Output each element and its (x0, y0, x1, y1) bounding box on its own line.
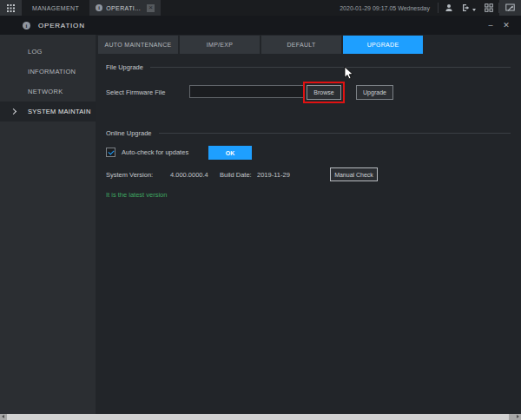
tab-label: UPGRADE (367, 42, 399, 48)
build-date-value: 2019-11-29 (257, 171, 290, 179)
logout-button[interactable] (458, 0, 478, 16)
section-divider (159, 133, 511, 134)
checkmark-icon (108, 148, 114, 154)
main-panel: AUTO MAINTENANCE IMP/EXP DEFAULT UPGRADE… (96, 35, 521, 414)
latest-version-status: It is the latest version (106, 191, 167, 199)
tab-upgrade[interactable]: UPGRADE (343, 36, 423, 54)
page-title: OPERATION (38, 22, 85, 30)
scroll-right-arrow-icon[interactable] (517, 415, 519, 418)
sidebar-item-network[interactable]: NETWORK (0, 82, 96, 102)
manual-check-button-label: Manual Check (334, 172, 373, 178)
grid-layout-icon (485, 3, 493, 12)
firmware-file-label: Select Firmware File (106, 89, 165, 96)
info-icon: i (96, 4, 102, 11)
info-icon: i (23, 22, 30, 30)
layout-button[interactable] (478, 0, 498, 16)
tab-management-label: MANAGEMENT (32, 5, 79, 11)
user-button[interactable] (439, 0, 458, 16)
user-icon (445, 3, 453, 12)
build-date-label: Build Date: (220, 171, 252, 179)
minimize-button[interactable]: – (483, 21, 498, 30)
window-title-bar: i OPERATION – ✕ (0, 16, 521, 35)
chevron-right-icon (10, 108, 16, 115)
sidebar-item-label: SYSTEM MAINTAIN (28, 108, 91, 115)
firmware-file-input[interactable] (189, 85, 305, 98)
system-version-value: 4.000.0000.4 (170, 171, 208, 179)
upgrade-button-label: Upgrade (363, 89, 386, 95)
logout-caret-icon (472, 9, 476, 11)
tab-imp-exp[interactable]: IMP/EXP (180, 36, 260, 54)
sidebar: LOG INFORMATION NETWORK SYSTEM MAINTAIN (0, 35, 96, 414)
ok-button-label: OK (226, 150, 235, 156)
section-title: Online Upgrade (106, 129, 152, 137)
monitor-switch-icon (505, 3, 515, 12)
apps-grid-button[interactable] (0, 0, 22, 16)
monitor-switch-button[interactable] (499, 0, 521, 16)
ok-button[interactable]: OK (208, 146, 252, 160)
tab-default[interactable]: DEFAULT (261, 36, 341, 54)
browse-button[interactable]: Browse (307, 85, 341, 100)
file-upgrade-section-header: File Upgrade (106, 63, 511, 71)
tab-label: AUTO MAINTENANCE (104, 42, 171, 48)
topbar-spacer (161, 0, 340, 16)
apps-grid-icon (7, 4, 15, 12)
section-title: File Upgrade (106, 63, 143, 71)
auto-check-label: Auto-check for updates (122, 148, 188, 156)
system-version-label: System Version: (106, 171, 153, 179)
online-upgrade-section-header: Online Upgrade (106, 129, 511, 137)
sidebar-item-label: INFORMATION (28, 68, 76, 75)
sidebar-item-information[interactable]: INFORMATION (0, 62, 96, 82)
sidebar-item-label: LOG (28, 48, 43, 56)
section-divider (150, 67, 511, 68)
datetime-display: 2020-01-29 09:17.05 Wednesday (340, 5, 430, 11)
tab-management[interactable]: MANAGEMENT (22, 0, 89, 16)
tab-operation[interactable]: i OPERATI... × (89, 0, 161, 16)
top-application-bar: MANAGEMENT i OPERATI... × 2020-01-29 09:… (0, 0, 521, 16)
sidebar-item-log[interactable]: LOG (0, 42, 96, 62)
upgrade-button[interactable]: Upgrade (356, 85, 393, 100)
tab-close-icon[interactable]: × (147, 4, 155, 12)
horizontal-scrollbar[interactable] (0, 414, 521, 420)
tab-label: DEFAULT (287, 42, 315, 48)
close-button[interactable]: ✕ (498, 21, 514, 30)
tab-label: IMP/EXP (207, 42, 234, 48)
sidebar-item-system-maintain[interactable]: SYSTEM MAINTAIN (0, 102, 96, 121)
tab-auto-maintenance[interactable]: AUTO MAINTENANCE (98, 36, 178, 54)
browse-button-label: Browse (313, 89, 333, 95)
logout-icon (462, 3, 471, 12)
sidebar-item-label: NETWORK (28, 88, 63, 95)
auto-check-checkbox[interactable] (106, 148, 115, 157)
tab-operation-label: OPERATI... (106, 5, 141, 11)
section-tabs: AUTO MAINTENANCE IMP/EXP DEFAULT UPGRADE (98, 36, 423, 54)
manual-check-button[interactable]: Manual Check (330, 167, 378, 181)
scroll-left-arrow-icon[interactable] (2, 415, 4, 418)
window-controls: – ✕ (483, 21, 514, 30)
scrollbar-thumb[interactable] (7, 414, 509, 420)
